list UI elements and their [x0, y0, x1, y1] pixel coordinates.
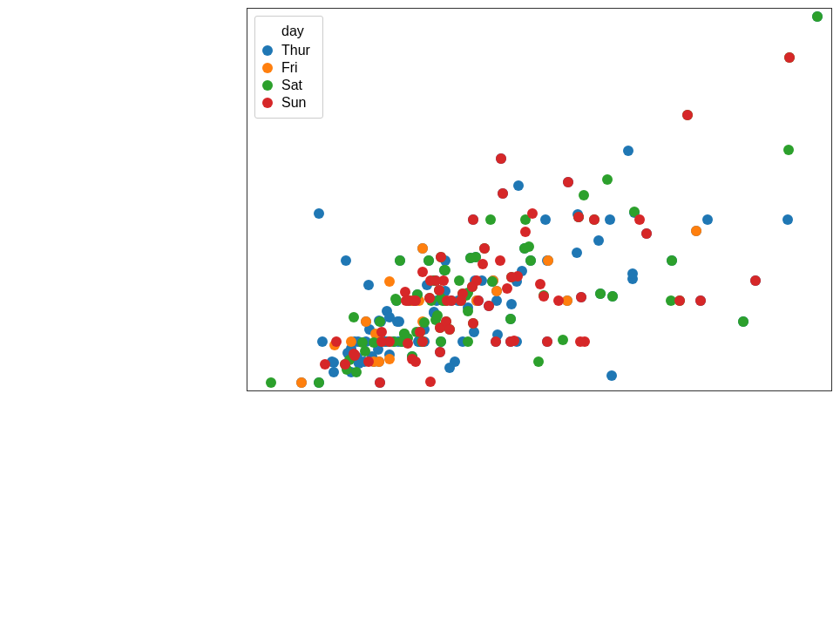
data-point — [579, 190, 589, 200]
data-point — [430, 275, 441, 286]
data-point — [317, 336, 328, 347]
data-point — [634, 214, 645, 225]
data-point — [444, 363, 455, 373]
data-point — [553, 295, 564, 306]
data-point — [607, 291, 618, 302]
data-point — [296, 377, 307, 388]
scatter-plot: day ThurFriSatSun — [247, 8, 832, 391]
data-point — [331, 336, 342, 347]
data-point — [376, 327, 387, 337]
data-point — [593, 235, 604, 246]
data-point — [533, 356, 544, 367]
legend-entry: Sat — [262, 78, 310, 93]
data-point — [384, 354, 395, 364]
data-point — [525, 255, 536, 266]
data-point — [539, 291, 549, 302]
data-point — [395, 255, 405, 266]
data-point — [573, 212, 584, 222]
data-point — [444, 324, 455, 335]
data-point — [415, 327, 425, 337]
data-point — [702, 214, 713, 225]
data-point — [589, 214, 600, 225]
data-point — [463, 306, 473, 316]
legend-entry: Fri — [262, 60, 310, 76]
data-point — [424, 293, 435, 303]
data-point — [505, 336, 516, 347]
legend-label: Sat — [281, 78, 302, 93]
data-point — [314, 377, 324, 388]
data-point — [576, 292, 586, 302]
data-point — [812, 11, 823, 22]
figure: day ThurFriSatSun — [0, 0, 840, 631]
data-point — [502, 283, 512, 294]
legend-marker-icon — [262, 98, 273, 108]
data-point — [602, 174, 613, 185]
legend-marker-icon — [262, 45, 273, 56]
data-point — [606, 370, 617, 381]
data-point — [575, 336, 586, 347]
data-point — [341, 255, 351, 266]
data-point — [360, 346, 370, 356]
data-point — [627, 268, 638, 279]
data-point — [506, 272, 517, 282]
data-point — [484, 301, 494, 311]
data-point — [513, 180, 524, 191]
data-point — [674, 295, 685, 306]
data-point — [409, 295, 419, 306]
data-point — [435, 347, 445, 357]
data-point — [496, 153, 506, 164]
data-point — [349, 349, 360, 360]
legend-label: Fri — [281, 60, 298, 76]
data-point — [376, 336, 387, 347]
data-point — [434, 285, 444, 295]
legend-marker-icon — [262, 63, 273, 73]
data-point — [641, 228, 652, 239]
data-point — [479, 243, 490, 254]
data-point — [505, 314, 516, 324]
data-point — [436, 336, 446, 347]
data-point — [623, 146, 633, 156]
data-point — [439, 265, 450, 275]
data-point — [527, 208, 538, 219]
data-point — [403, 338, 413, 349]
legend-entry: Thur — [262, 43, 310, 58]
data-point — [346, 336, 356, 347]
data-point — [595, 288, 606, 299]
data-point — [558, 335, 568, 345]
data-point — [738, 316, 749, 327]
data-point — [695, 295, 706, 306]
data-point — [320, 359, 330, 370]
data-point — [468, 214, 478, 225]
legend-label: Thur — [281, 43, 310, 58]
legend-label: Sun — [281, 95, 306, 111]
data-point — [519, 243, 530, 254]
legend-title: day — [281, 24, 310, 39]
data-point — [375, 377, 385, 388]
data-point — [361, 316, 371, 327]
data-point — [562, 295, 572, 306]
data-point — [329, 367, 339, 377]
data-point — [384, 276, 395, 287]
data-point — [446, 295, 457, 306]
data-point — [357, 337, 368, 348]
data-point — [563, 177, 573, 187]
data-point — [543, 255, 553, 266]
data-point — [498, 188, 508, 199]
data-point — [417, 336, 428, 347]
data-point — [478, 259, 488, 269]
legend-marker-icon — [262, 80, 273, 91]
data-point — [436, 252, 446, 262]
data-point — [783, 145, 794, 155]
data-point — [468, 318, 478, 329]
data-point — [363, 280, 374, 290]
data-point — [506, 299, 517, 309]
data-point — [682, 110, 693, 120]
data-point — [410, 356, 421, 367]
data-point — [572, 248, 582, 258]
data-point — [314, 208, 324, 219]
data-point — [542, 336, 552, 347]
data-point — [351, 367, 362, 377]
data-point — [491, 286, 502, 296]
data-point — [417, 243, 428, 254]
data-point — [520, 227, 531, 237]
